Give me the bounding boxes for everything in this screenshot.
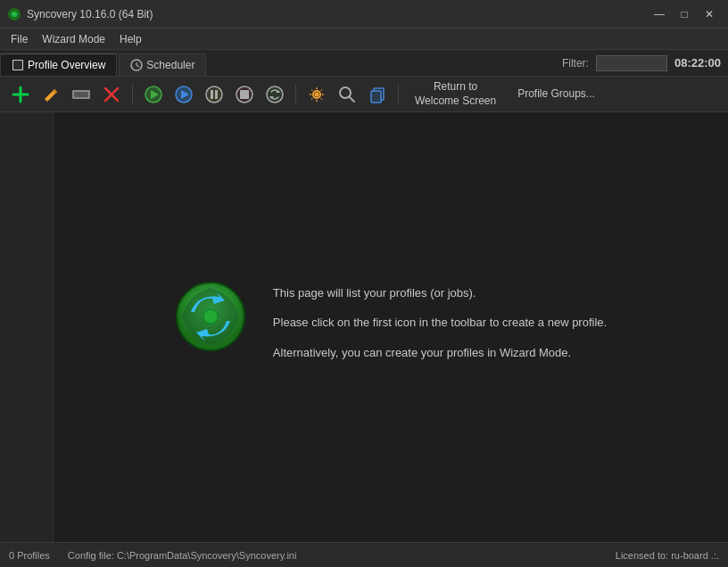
- menu-bar: File Wizard Mode Help: [0, 29, 728, 50]
- profiles-count: 0 Profiles: [9, 550, 50, 561]
- app-logo: [175, 281, 246, 352]
- svg-point-17: [206, 86, 222, 103]
- separator-1: [132, 84, 133, 105]
- tab-bar-right: Filter: 08:22:00: [562, 53, 728, 76]
- tab-scheduler[interactable]: Scheduler: [119, 53, 206, 76]
- stop-button[interactable]: [231, 82, 258, 107]
- stop-icon: [235, 85, 254, 104]
- filter-input[interactable]: [596, 55, 667, 71]
- welcome-line1: This page will list your profiles (or jo…: [273, 284, 607, 302]
- sidebar: [0, 112, 54, 542]
- svg-rect-30: [371, 91, 381, 103]
- add-icon: [11, 85, 30, 104]
- pause-icon: [204, 85, 224, 104]
- content-area: This page will list your profiles (or jo…: [54, 112, 728, 542]
- duplicate-button[interactable]: [364, 82, 391, 107]
- svg-point-32: [203, 309, 218, 324]
- duplicate-icon: [368, 85, 387, 104]
- separator-3: [398, 84, 399, 105]
- svg-rect-10: [74, 92, 88, 97]
- title-bar-left: Syncovery 10.16.0 (64 Bit): [7, 7, 153, 21]
- status-left: 0 Profiles Config file: C:\ProgramData\S…: [9, 550, 296, 561]
- menu-file[interactable]: File: [4, 31, 35, 47]
- toolbar: Return to Welcome Screen Profile Groups.…: [0, 77, 728, 112]
- sync-icon: [265, 85, 285, 104]
- profile-groups-button[interactable]: Profile Groups...: [509, 78, 604, 111]
- search-icon: [337, 85, 357, 104]
- svg-point-1: [12, 12, 17, 17]
- tab-profile-overview-label: Profile Overview: [28, 59, 105, 71]
- edit-icon: [42, 86, 60, 103]
- minimize-button[interactable]: —: [648, 5, 671, 23]
- close-button[interactable]: ✕: [698, 5, 721, 23]
- svg-line-6: [136, 65, 139, 67]
- svg-point-26: [315, 92, 319, 96]
- menu-help[interactable]: Help: [112, 31, 149, 47]
- title-bar-controls: — □ ✕: [648, 5, 721, 23]
- tab-bar: Profile Overview Scheduler Filter: 08:22…: [0, 50, 728, 77]
- welcome-line3: Alternatively, you can create your profi…: [273, 344, 607, 362]
- run-button[interactable]: [140, 82, 167, 107]
- delete-button[interactable]: [98, 82, 125, 107]
- svg-rect-21: [240, 90, 249, 99]
- menu-wizard-mode[interactable]: Wizard Mode: [35, 31, 112, 47]
- svg-rect-18: [211, 90, 213, 99]
- add-profile-button[interactable]: [7, 82, 34, 107]
- main-content: This page will list your profiles (or jo…: [0, 112, 728, 542]
- status-bar: 0 Profiles Config file: C:\ProgramData\S…: [0, 542, 728, 567]
- sync-button[interactable]: [261, 82, 288, 107]
- svg-line-28: [350, 96, 355, 102]
- return-to-welcome-button[interactable]: Return to Welcome Screen: [406, 78, 505, 111]
- tab-profile-overview[interactable]: Profile Overview: [0, 53, 117, 76]
- profile-overview-icon: [12, 59, 24, 71]
- config-file: Config file: C:\ProgramData\Syncovery\Sy…: [68, 550, 297, 561]
- edit-button[interactable]: [37, 82, 64, 107]
- search-button[interactable]: [334, 82, 360, 107]
- delete-icon: [103, 86, 120, 103]
- scheduler-icon: [130, 59, 143, 71]
- svg-rect-19: [215, 90, 218, 99]
- svg-point-22: [267, 86, 283, 103]
- gear-icon: [307, 85, 327, 104]
- app-icon: [7, 7, 21, 21]
- title-bar-title: Syncovery 10.16.0 (64 Bit): [27, 8, 153, 21]
- title-bar: Syncovery 10.16.0 (64 Bit) — □ ✕: [0, 0, 728, 29]
- separator-2: [295, 84, 296, 105]
- maximize-button[interactable]: □: [673, 5, 696, 23]
- welcome-box: This page will list your profiles (or jo…: [175, 281, 607, 374]
- run-selected-button[interactable]: [170, 82, 197, 107]
- tab-scheduler-label: Scheduler: [146, 59, 194, 71]
- license-info: Licensed to: ru-board .:.: [616, 550, 719, 561]
- rename-button[interactable]: [68, 82, 95, 107]
- rename-icon: [71, 87, 91, 102]
- time-display: 08:22:00: [674, 56, 721, 70]
- filter-label: Filter:: [562, 57, 589, 70]
- welcome-line2: Please click on the first icon in the to…: [273, 314, 607, 332]
- settings-button[interactable]: [303, 82, 330, 107]
- pause-button[interactable]: [201, 82, 228, 107]
- svg-rect-3: [13, 61, 22, 70]
- welcome-text: This page will list your profiles (or jo…: [273, 281, 607, 374]
- run-selected-icon: [174, 85, 194, 104]
- play-icon: [144, 85, 163, 104]
